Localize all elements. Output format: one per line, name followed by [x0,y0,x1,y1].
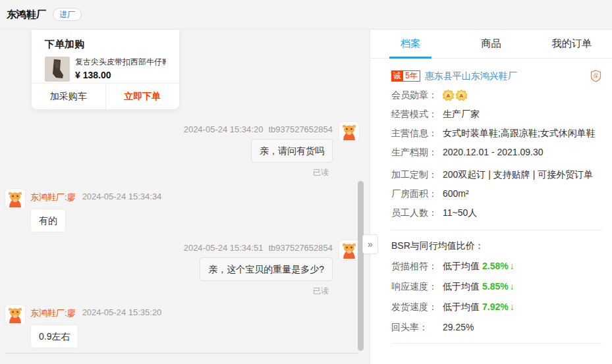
seller-avatar[interactable] [5,305,25,325]
tab-my-orders[interactable]: 我的订单 [532,30,612,58]
chat-scrollbar[interactable] [358,181,364,351]
bsr-row: 响应速度： 低于均值 5.85% ↓ [391,280,601,293]
tab-products[interactable]: 商品 [451,30,531,58]
down-arrow-icon: ↓ [510,280,515,293]
bsr-section-title: BSR与同行均值比价： [391,240,601,252]
profile-row: 员工人数： 11~50人 [391,207,601,219]
order-card: 下单加购 复古尖头皮带扣西部牛仔靴女潮20 ¥ 138.00 加采购车 立即下单 [32,30,179,109]
chengxintong-badge: 诚 5年 [391,70,420,82]
message-meta: 2024-05-24 15:34:20tb937527652854 [184,124,333,134]
gold-medal-icon: A [456,90,467,101]
company-name-link[interactable]: 惠东县平山东鸿兴鞋厂 [425,70,590,82]
svg-text:A: A [447,93,451,99]
window-header: 东鸿鞋厂 进厂 [0,0,612,30]
seller-name: 东鸿鞋厂:廖 [30,307,76,319]
chat-message-outgoing: 东鸿鞋厂:廖 2024-05-24 15:35:20 0.9左右 [5,305,161,348]
bsr-row-repeat-rate: 回头率： 29.25% [391,321,601,334]
buyer-avatar[interactable] [339,240,359,260]
panel-tabs: 档案 商品 我的订单 [370,30,612,59]
profile-row-medals: 会员勋章： A A [391,89,601,101]
message-bubble: 0.9左右 [30,325,78,348]
boot-image [45,57,70,82]
bull-mascot-icon [5,189,25,209]
gold-medal-icon: A [443,90,454,101]
tab-archive[interactable]: 档案 [370,30,451,58]
message-meta: 2024-05-24 15:34:51tb937527652854 [184,243,333,253]
bull-mascot-icon [339,122,359,142]
profile-row: 厂房面积： 600m² [391,188,601,200]
chengxintong-icon: 诚 [391,70,403,82]
message-time: 2024-05-24 15:34:34 [82,192,162,201]
chat-message-incoming: 2024-05-24 15:34:51tb937527652854 亲，这个宝贝… [184,240,359,297]
bull-mascot-icon [339,240,359,260]
profile-row: 主营信息： 女式时装单鞋;高跟凉鞋;女式休闲单鞋 [391,127,601,140]
section-divider [391,343,601,344]
section-divider [391,230,601,230]
svg-text:A: A [460,93,464,99]
order-card-title: 下单加购 [45,38,166,51]
cert-years-label: 5年 [403,70,420,82]
profile-row: 生产档期： 2020.12.01 - 2021.09.30 [391,146,601,159]
company-row: 诚 5年 惠东县平山东鸿兴鞋厂 保 [391,70,601,82]
buyer-protection-shield-icon: 保 [590,70,601,82]
chat-divider [5,353,359,353]
factory-badge: 进厂 [53,8,82,21]
down-arrow-icon: ↓ [510,260,515,273]
order-now-button[interactable]: 立即下单 [106,84,180,109]
read-status: 已读 [313,167,329,178]
bsr-row: 发货速度： 低于均值 7.92% ↓ [391,301,601,313]
svg-text:保: 保 [593,72,599,79]
member-medals: A A [443,89,467,101]
seller-name: 东鸿鞋厂:廖 [30,192,76,203]
product-image[interactable] [45,57,70,82]
message-bubble: 亲，请问有货吗 [251,139,333,163]
message-bubble: 有的 [30,209,66,232]
profile-row: 经营模式： 生产厂家 [391,108,601,120]
chat-message-incoming: 2024-05-24 15:34:20tb937527652854 亲，请问有货… [184,122,359,178]
read-status: 已读 [313,286,329,297]
bsr-row: 货描相符： 低于均值 2.58% ↓ [391,260,601,273]
bull-mascot-icon [5,305,25,325]
chat-area: 下单加购 复古尖头皮带扣西部牛仔靴女潮20 ¥ 138.00 加采购车 立即下单 [0,30,370,364]
profile-row: 加工定制： 200双起订 | 支持贴牌 | 可接外贸订单 [391,169,601,181]
message-time: 2024-05-24 15:35:20 [82,307,162,317]
product-name: 复古尖头皮带扣西部牛仔靴女潮20 [75,57,166,68]
supplier-panel: » 档案 商品 我的订单 诚 5年 惠东县平山东鸿兴鞋厂 保 会员勋章： [370,30,612,364]
product-price: ¥ 138.00 [75,70,166,80]
chat-message-outgoing: 东鸿鞋厂:廖 2024-05-24 15:34:34 有的 [5,189,161,232]
buyer-avatar[interactable] [339,122,359,142]
down-arrow-icon: ↓ [510,301,515,313]
add-to-cart-button[interactable]: 加采购车 [32,84,106,109]
message-bubble: 亲，这个宝贝的重量是多少? [200,257,333,281]
seller-avatar[interactable] [5,189,25,209]
contact-title: 东鸿鞋厂 [7,9,46,21]
